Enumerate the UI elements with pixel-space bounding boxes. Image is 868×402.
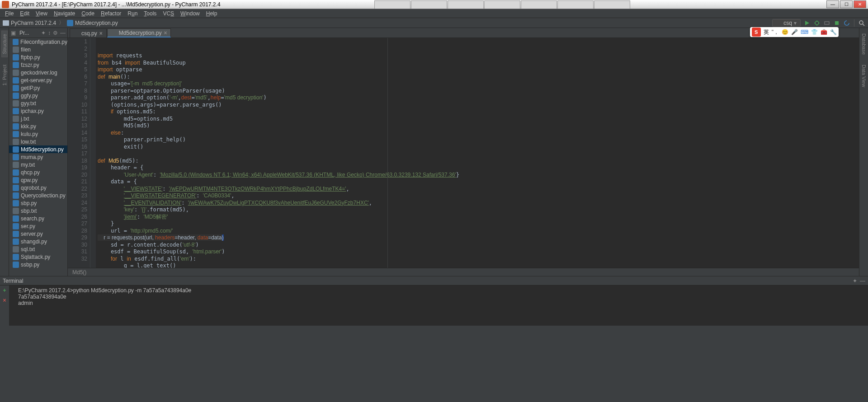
tree-item[interactable]: Fileconfiguration.py bbox=[9, 38, 67, 46]
menu-item-tools[interactable]: Tools bbox=[141, 9, 160, 18]
tree-item[interactable]: ipchax.py bbox=[9, 107, 67, 115]
fold-column[interactable] bbox=[90, 38, 96, 268]
editor[interactable]: 1234567891011121314151617181920212223242… bbox=[68, 38, 859, 268]
code-content[interactable]: import requests from bs4 import Beautifu… bbox=[96, 38, 859, 268]
tree-item[interactable]: Md5decryption.py bbox=[9, 145, 67, 153]
gear-icon[interactable]: ✦ bbox=[853, 278, 857, 284]
tree-item-label: qhcp.py bbox=[21, 169, 40, 176]
stop-button[interactable] bbox=[833, 19, 840, 27]
menu-item-run[interactable]: Run bbox=[124, 9, 141, 18]
tree-item[interactable]: filen bbox=[9, 46, 67, 53]
tree-item[interactable]: sql.txt bbox=[9, 245, 67, 253]
menu-item-refactor[interactable]: Refactor bbox=[98, 9, 124, 18]
editor-tab[interactable]: csq.py × bbox=[70, 28, 107, 37]
terminal-header[interactable]: Terminal ✦ — bbox=[0, 276, 868, 285]
tree-item[interactable]: my.txt bbox=[9, 161, 67, 168]
close-icon[interactable]: × bbox=[164, 30, 167, 36]
tree-item[interactable]: Querycollection.py bbox=[9, 192, 67, 199]
tree-item[interactable]: fzszr.py bbox=[9, 61, 67, 69]
run-button[interactable] bbox=[803, 19, 811, 27]
search-button[interactable] bbox=[858, 19, 865, 27]
ime-skin-icon[interactable]: 👕 bbox=[811, 29, 818, 35]
ime-punct-icon[interactable]: "， bbox=[772, 28, 779, 36]
ime-toolbar[interactable]: S 英 "， 😊 🎤 ⌨ 👕 🧰 🔧 bbox=[750, 27, 839, 37]
python-icon bbox=[13, 146, 19, 153]
breadcrumb-root[interactable]: PyCharm 2017.2.4 bbox=[11, 20, 56, 26]
python-icon bbox=[13, 231, 19, 237]
ime-keyboard-icon[interactable]: ⌨ bbox=[801, 29, 808, 35]
hide-icon[interactable]: — bbox=[60, 30, 66, 36]
menu-item-code[interactable]: Code bbox=[78, 9, 98, 18]
minimize-button[interactable]: — bbox=[826, 0, 839, 8]
tree-item[interactable]: ssbp.py bbox=[9, 261, 67, 268]
tool-structure[interactable]: Structure bbox=[1, 31, 8, 57]
tree-item[interactable]: get-server.py bbox=[9, 76, 67, 84]
menu-item-edit[interactable]: Edit bbox=[17, 9, 33, 18]
tree-item[interactable]: qhcp.py bbox=[9, 168, 67, 176]
python-icon bbox=[13, 192, 19, 199]
tree-item-label: ser.py bbox=[21, 223, 35, 229]
tree-item[interactable]: sbp.py bbox=[9, 199, 67, 207]
taskbar-tab[interactable] bbox=[594, 0, 630, 9]
breadcrumb-file[interactable]: Md5decryption.py bbox=[75, 20, 118, 26]
tool-project[interactable]: 1: Project bbox=[2, 62, 7, 88]
settings-icon[interactable]: ⚙ bbox=[53, 30, 58, 36]
tree-item[interactable]: Sqlattack.py bbox=[9, 253, 67, 261]
taskbar-tab[interactable] bbox=[448, 0, 484, 9]
python-icon bbox=[13, 215, 19, 222]
close-tab-button[interactable]: × bbox=[3, 297, 6, 304]
taskbar-tab[interactable] bbox=[411, 0, 447, 9]
maximize-button[interactable]: ☐ bbox=[840, 0, 853, 8]
ime-toolbox-icon[interactable]: 🧰 bbox=[821, 29, 827, 35]
python-icon bbox=[13, 223, 19, 229]
tree-item[interactable]: ftpbp.py bbox=[9, 53, 67, 61]
editor-tab[interactable]: Md5decryption.py × bbox=[107, 28, 171, 37]
tree-item[interactable]: search.py bbox=[9, 215, 67, 222]
ime-face-icon[interactable]: 😊 bbox=[782, 29, 788, 35]
tree-item[interactable]: j.txt bbox=[9, 115, 67, 122]
tree-item-label: filen bbox=[21, 47, 31, 53]
editor-tab-bar: csq.py × Md5decryption.py × bbox=[68, 28, 859, 38]
taskbar-tab[interactable] bbox=[557, 0, 594, 9]
tree-item[interactable]: ggfy.py bbox=[9, 92, 67, 99]
tree-item[interactable]: kkk.py bbox=[9, 122, 67, 130]
tree-item[interactable]: muma.py bbox=[9, 153, 67, 161]
menu-item-file[interactable]: File bbox=[2, 9, 17, 18]
tree-item[interactable]: gyy.txt bbox=[9, 99, 67, 107]
tool-dataview[interactable]: Data View bbox=[861, 62, 867, 90]
gear-icon[interactable]: ✦ bbox=[41, 30, 46, 36]
close-icon[interactable]: × bbox=[99, 30, 103, 37]
ime-lang[interactable]: 英 bbox=[764, 28, 769, 36]
menu-item-navigate[interactable]: Navigate bbox=[51, 9, 78, 18]
menu-item-view[interactable]: View bbox=[33, 9, 51, 18]
hide-icon[interactable]: — bbox=[860, 278, 865, 284]
tree-item[interactable]: ser.py bbox=[9, 222, 67, 230]
ime-mic-icon[interactable]: 🎤 bbox=[791, 29, 798, 35]
menu-item-vcs[interactable]: VCS bbox=[160, 9, 177, 18]
tool-database[interactable]: Database bbox=[861, 31, 867, 57]
tree-item[interactable]: shangdi.py bbox=[9, 238, 67, 245]
ime-settings-icon[interactable]: 🔧 bbox=[830, 29, 837, 35]
menu-item-help[interactable]: Help bbox=[203, 9, 221, 18]
tree-item[interactable]: low.txt bbox=[9, 138, 67, 145]
tree-item[interactable]: server.py bbox=[9, 230, 67, 238]
tree-item[interactable]: qpw.py bbox=[9, 176, 67, 184]
tree-item[interactable]: qqrobot.py bbox=[9, 184, 67, 192]
collapse-icon[interactable]: ↕ bbox=[48, 30, 51, 36]
debug-button[interactable] bbox=[813, 19, 821, 27]
add-tab-button[interactable]: + bbox=[3, 287, 6, 294]
tree-item[interactable]: sbp.txt bbox=[9, 207, 67, 215]
tree-item[interactable]: getIP.py bbox=[9, 84, 67, 92]
project-tree[interactable]: Fileconfiguration.pyfilenftpbp.pyfzszr.p… bbox=[9, 38, 67, 276]
update-button[interactable] bbox=[843, 19, 850, 27]
menu-item-window[interactable]: Window bbox=[177, 9, 203, 18]
taskbar-tab[interactable] bbox=[521, 0, 557, 9]
close-button[interactable]: ✕ bbox=[854, 0, 866, 8]
taskbar-tab[interactable] bbox=[484, 0, 520, 9]
run-configuration-selector[interactable]: csq ▾ bbox=[772, 19, 801, 27]
tree-item[interactable]: geckodriver.log bbox=[9, 69, 67, 76]
tree-item[interactable]: kulu.py bbox=[9, 130, 67, 138]
coverage-button[interactable] bbox=[823, 19, 830, 27]
terminal-output[interactable]: E:\PyCharm 2017.2.4>python Md5decryption… bbox=[9, 285, 868, 326]
taskbar-tab[interactable] bbox=[374, 0, 410, 9]
